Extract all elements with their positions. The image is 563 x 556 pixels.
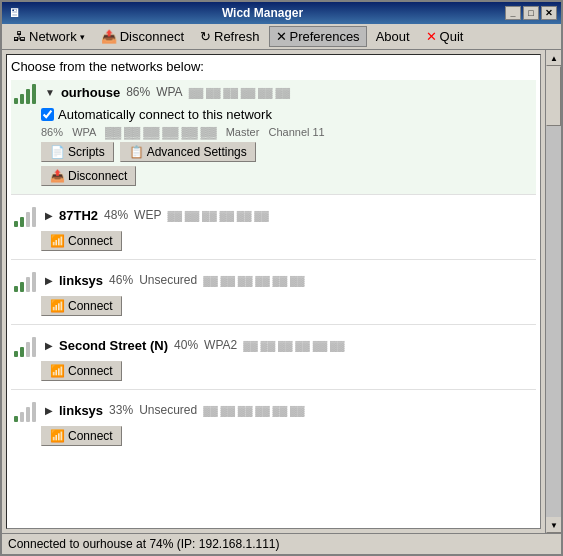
network-strength-87th2: 48% — [104, 208, 128, 222]
refresh-button[interactable]: ↻ Refresh — [193, 26, 267, 47]
network-item-87th2: ▶ 87TH2 48% WEP ▓▓ ▓▓ ▓▓ ▓▓ ▓▓ ▓▓ 📶 Conn… — [11, 203, 536, 260]
network-item-secondstreet: ▶ Second Street (N) 40% WPA2 ▓▓ ▓▓ ▓▓ ▓▓… — [11, 333, 536, 390]
connect-icon-linksys1: 📶 — [50, 299, 65, 313]
title-bar-title: Wicd Manager — [20, 6, 505, 20]
preferences-icon: ✕ — [276, 29, 287, 44]
disconnect-button-ourhouse[interactable]: 📤 Disconnect — [41, 166, 136, 186]
auto-connect-checkbox-ourhouse[interactable] — [41, 108, 54, 121]
network-name-linksys1: linksys — [59, 273, 103, 288]
network-icon: 🖧 — [13, 29, 26, 44]
status-text: Connected to ourhouse at 74% (IP: 192.16… — [8, 537, 280, 551]
network-actions-ourhouse: 📄 Scripts 📋 Advanced Settings — [41, 142, 536, 162]
advanced-settings-button-ourhouse[interactable]: 📋 Advanced Settings — [120, 142, 256, 162]
signal-icon-87th2 — [11, 203, 39, 227]
scrollbar-track[interactable] — [546, 66, 561, 517]
connect-icon-linksys2: 📶 — [50, 429, 65, 443]
network-strength-linksys1: 46% — [109, 273, 133, 287]
network-header-ourhouse: ▼ ourhouse 86% WPA ▓▓ ▓▓ ▓▓ ▓▓ ▓▓ ▓▓ — [11, 80, 536, 104]
disconnect-icon: 📤 — [101, 29, 117, 44]
main-area: Choose from the networks below: ▼ ourhou… — [2, 50, 561, 533]
network-header-linksys2: ▶ linksys 33% Unsecured ▓▓ ▓▓ ▓▓ ▓▓ ▓▓ ▓… — [11, 398, 536, 422]
network-header-87th2: ▶ 87TH2 48% WEP ▓▓ ▓▓ ▓▓ ▓▓ ▓▓ ▓▓ — [11, 203, 536, 227]
network-item-linksys2: ▶ linksys 33% Unsecured ▓▓ ▓▓ ▓▓ ▓▓ ▓▓ ▓… — [11, 398, 536, 454]
about-button[interactable]: About — [369, 26, 417, 47]
network-dropdown-arrow: ▾ — [80, 32, 85, 42]
network-security-87th2: WEP — [134, 208, 161, 222]
connect-button-linksys2[interactable]: 📶 Connect — [41, 426, 122, 446]
connect-icon-87th2: 📶 — [50, 234, 65, 248]
network-name-linksys2: linksys — [59, 403, 103, 418]
disconnect-button[interactable]: 📤 Disconnect — [94, 26, 191, 47]
scripts-button-ourhouse[interactable]: 📄 Scripts — [41, 142, 114, 162]
network-mac-linksys2: ▓▓ ▓▓ ▓▓ ▓▓ ▓▓ ▓▓ — [203, 405, 304, 416]
network-actions-linksys2: 📶 Connect — [41, 426, 536, 446]
auto-connect-label-ourhouse: Automatically connect to this network — [58, 107, 272, 122]
network-button[interactable]: 🖧 Network ▾ — [6, 26, 92, 47]
network-list: Choose from the networks below: ▼ ourhou… — [6, 54, 541, 529]
status-bar: Connected to ourhouse at 74% (IP: 192.16… — [2, 533, 561, 554]
expand-ourhouse[interactable]: ▼ — [45, 87, 55, 98]
network-security-linksys1: Unsecured — [139, 273, 197, 287]
title-bar: 🖥 Wicd Manager _ □ ✕ — [2, 2, 561, 24]
network-item-ourhouse: ▼ ourhouse 86% WPA ▓▓ ▓▓ ▓▓ ▓▓ ▓▓ ▓▓ Aut… — [11, 80, 536, 195]
signal-icon-secondstreet — [11, 333, 39, 357]
network-name-87th2: 87TH2 — [59, 208, 98, 223]
network-mac-87th2: ▓▓ ▓▓ ▓▓ ▓▓ ▓▓ ▓▓ — [167, 210, 268, 221]
advanced-settings-icon: 📋 — [129, 145, 144, 159]
network-header-linksys1: ▶ linksys 46% Unsecured ▓▓ ▓▓ ▓▓ ▓▓ ▓▓ ▓… — [11, 268, 536, 292]
title-bar-icon: 🖥 — [8, 6, 20, 20]
network-mac-linksys1: ▓▓ ▓▓ ▓▓ ▓▓ ▓▓ ▓▓ — [203, 275, 304, 286]
network-actions-secondstreet: 📶 Connect — [41, 361, 536, 381]
network-strength-linksys2: 33% — [109, 403, 133, 417]
network-actions-87th2: 📶 Connect — [41, 231, 536, 251]
network-security-secondstreet: WPA2 — [204, 338, 237, 352]
connect-button-secondstreet[interactable]: 📶 Connect — [41, 361, 122, 381]
preferences-button[interactable]: ✕ Preferences — [269, 26, 367, 47]
minimize-button[interactable]: _ — [505, 6, 521, 20]
quit-icon: ✕ — [426, 29, 437, 44]
network-name-ourhouse: ourhouse — [61, 85, 120, 100]
signal-icon-ourhouse — [11, 80, 39, 104]
auto-connect-ourhouse: Automatically connect to this network — [41, 107, 536, 122]
scrollbar[interactable]: ▲ ▼ — [545, 50, 561, 533]
connect-button-87th2[interactable]: 📶 Connect — [41, 231, 122, 251]
scripts-icon: 📄 — [50, 145, 65, 159]
network-strength-ourhouse: 86% — [126, 85, 150, 99]
expand-linksys2[interactable]: ▶ — [45, 405, 53, 416]
network-item-linksys1: ▶ linksys 46% Unsecured ▓▓ ▓▓ ▓▓ ▓▓ ▓▓ ▓… — [11, 268, 536, 325]
toolbar: 🖧 Network ▾ 📤 Disconnect ↻ Refresh ✕ Pre… — [2, 24, 561, 50]
title-bar-controls: _ □ ✕ — [505, 6, 557, 20]
network-security-linksys2: Unsecured — [139, 403, 197, 417]
network-actions-linksys1: 📶 Connect — [41, 296, 536, 316]
scrollbar-down-button[interactable]: ▼ — [546, 517, 561, 533]
signal-icon-linksys2 — [11, 398, 39, 422]
choose-text: Choose from the networks below: — [11, 59, 536, 74]
expand-linksys1[interactable]: ▶ — [45, 275, 53, 286]
disconnect-net-icon: 📤 — [50, 169, 65, 183]
network-header-secondstreet: ▶ Second Street (N) 40% WPA2 ▓▓ ▓▓ ▓▓ ▓▓… — [11, 333, 536, 357]
quit-button[interactable]: ✕ Quit — [419, 26, 471, 47]
network-disconnect-ourhouse: 📤 Disconnect — [41, 166, 536, 186]
network-mac-ourhouse: ▓▓ ▓▓ ▓▓ ▓▓ ▓▓ ▓▓ — [189, 87, 290, 98]
network-security-ourhouse: WPA — [156, 85, 182, 99]
network-mac-secondstreet: ▓▓ ▓▓ ▓▓ ▓▓ ▓▓ ▓▓ — [243, 340, 344, 351]
signal-icon-linksys1 — [11, 268, 39, 292]
restore-button[interactable]: □ — [523, 6, 539, 20]
connect-button-linksys1[interactable]: 📶 Connect — [41, 296, 122, 316]
connect-icon-secondstreet: 📶 — [50, 364, 65, 378]
expand-secondstreet[interactable]: ▶ — [45, 340, 53, 351]
network-details-ourhouse: 86% WPA ▓▓ ▓▓ ▓▓ ▓▓ ▓▓ ▓▓ Master Channel… — [41, 126, 536, 138]
close-button[interactable]: ✕ — [541, 6, 557, 20]
network-name-secondstreet: Second Street (N) — [59, 338, 168, 353]
network-strength-secondstreet: 40% — [174, 338, 198, 352]
scrollbar-up-button[interactable]: ▲ — [546, 50, 561, 66]
scrollbar-thumb[interactable] — [546, 66, 561, 126]
expand-87th2[interactable]: ▶ — [45, 210, 53, 221]
refresh-icon: ↻ — [200, 29, 211, 44]
